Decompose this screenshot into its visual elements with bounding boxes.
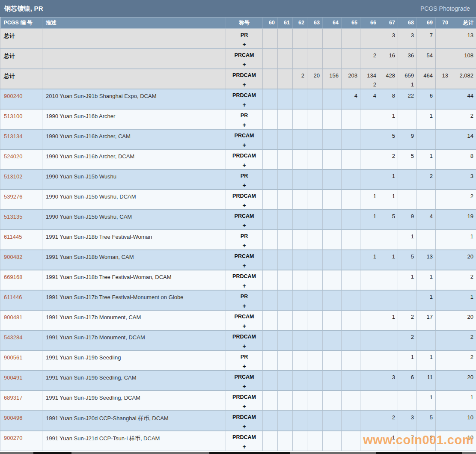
pcgs-number-link[interactable]: 900491 xyxy=(0,371,42,381)
grade-cell xyxy=(342,371,360,391)
grade-count xyxy=(360,391,379,401)
grade-count xyxy=(293,391,307,401)
col-header-grade-66: 66 xyxy=(360,18,379,29)
table-row: 9004821991 Yuan Sun-J18b Woman, CAMPRCAM… xyxy=(0,250,476,270)
grade-cell: 20 xyxy=(451,371,476,391)
plus-designation-label: + xyxy=(226,99,262,108)
grade-count xyxy=(436,331,451,340)
grade-cell xyxy=(379,270,398,290)
grade-count xyxy=(436,371,451,380)
grade-cell xyxy=(360,169,379,190)
grade-cell xyxy=(293,129,307,149)
grade-count xyxy=(293,150,307,159)
pcgs-number-link[interactable]: 900561 xyxy=(0,351,42,361)
summary-label: 总计 xyxy=(0,49,42,60)
grade-cell: 9 xyxy=(398,129,417,149)
grade-cell: 5 xyxy=(379,210,398,230)
grade-cell xyxy=(436,290,451,310)
grade-cell xyxy=(436,190,451,210)
grade-cell xyxy=(342,230,360,250)
grade-cell: 6 xyxy=(417,89,436,109)
grade-count: 2 xyxy=(451,351,476,360)
grade-count: 2,082 xyxy=(451,69,476,79)
grade-count: 1 xyxy=(417,291,435,300)
pcgs-number-link[interactable]: 513135 xyxy=(0,210,42,220)
grade-cell: 3 xyxy=(379,29,398,49)
grade-cell: 54 xyxy=(417,49,436,69)
plus-designation-label: + xyxy=(226,441,262,450)
grade-count xyxy=(360,351,379,360)
grade-count: 16 xyxy=(379,49,398,59)
pcgs-number-link[interactable]: 543284 xyxy=(0,331,42,341)
pcgs-number-cell: 611445 xyxy=(0,230,42,250)
pcgs-number-link[interactable]: 611445 xyxy=(0,230,42,240)
grade-count xyxy=(436,110,451,119)
grade-cell xyxy=(263,250,278,270)
designation-label: PRDCAM+ xyxy=(226,190,262,208)
grade-count: 6 xyxy=(417,89,435,99)
pcgs-photograde-link[interactable]: PCGS Photograde xyxy=(420,5,470,12)
grade-cell xyxy=(323,109,342,129)
grade-count xyxy=(278,29,292,39)
pcgs-number-link[interactable]: 900270 xyxy=(0,431,42,441)
grade-cell: 3 xyxy=(451,169,476,190)
coin-description: 1991 Yuan Sun-J18b Tree Festival-Woman, … xyxy=(42,270,226,280)
grade-count xyxy=(293,291,307,300)
description-cell: 1990 Yuan Sun-J16b Archer xyxy=(42,109,226,129)
pcgs-number-link[interactable]: 900481 xyxy=(0,311,42,320)
coin-description: 1990 Yuan Sun-J15b Wushu, CAM xyxy=(42,210,226,220)
pcgs-number-link[interactable]: 513134 xyxy=(0,130,42,139)
pcgs-number-link[interactable]: 900482 xyxy=(0,250,42,260)
grade-count xyxy=(360,110,379,119)
pcgs-number-link[interactable]: 513102 xyxy=(0,170,42,180)
pcgs-number-link[interactable]: 669168 xyxy=(0,270,42,280)
grade-count xyxy=(278,411,292,421)
grade-cell xyxy=(263,350,278,371)
grade-count xyxy=(278,190,292,199)
grade-count xyxy=(263,190,277,199)
pcgs-number-link[interactable]: 611446 xyxy=(0,291,42,300)
grade-count: 5 xyxy=(417,411,435,421)
grade-count xyxy=(307,49,322,59)
description-cell: 1991 Yuan Sun-J17b Tree Festival-Monumen… xyxy=(42,290,226,310)
designation-label: PRDCAM+ xyxy=(226,391,262,409)
grade-cell xyxy=(323,310,342,330)
grade-count xyxy=(293,311,307,320)
designation-cell: PR+ xyxy=(226,29,263,49)
pcgs-number-link[interactable]: 900496 xyxy=(0,411,42,421)
grade-count: 2 xyxy=(417,431,435,441)
grade-count xyxy=(360,170,379,179)
grade-count xyxy=(293,230,307,240)
grade-cell xyxy=(436,29,451,49)
grade-cell xyxy=(323,149,342,169)
grade-count xyxy=(263,150,277,159)
pcgs-number-link[interactable]: 513100 xyxy=(0,110,42,119)
designation-label: PRDCAM+ xyxy=(226,431,262,450)
grade-count xyxy=(323,411,341,421)
grade-cell xyxy=(263,29,278,49)
grade-count: 203 xyxy=(342,69,360,79)
pcgs-number-link[interactable]: 539276 xyxy=(0,190,42,200)
grade-count xyxy=(360,29,379,39)
grade-count xyxy=(307,411,322,421)
grade-cell: 8 xyxy=(379,89,398,109)
grade-cell xyxy=(417,230,436,250)
grade-count: 2 xyxy=(398,311,416,320)
grade-cell: 428 xyxy=(379,69,398,89)
summary-label-cell: 总计 xyxy=(0,49,42,69)
grade-count xyxy=(278,270,292,280)
designation-label: PRDCAM+ xyxy=(226,411,262,430)
designation-label: PR+ xyxy=(226,110,262,128)
grade-cell xyxy=(307,190,323,210)
grade-cell xyxy=(307,330,323,350)
grade-cell xyxy=(323,49,342,69)
grade-cell xyxy=(307,391,323,411)
pcgs-number-link[interactable]: 524020 xyxy=(0,150,42,160)
grade-count xyxy=(293,29,307,39)
grade-count xyxy=(360,270,379,280)
grade-count xyxy=(307,431,322,441)
pcgs-number-link[interactable]: 900240 xyxy=(0,89,42,99)
grade-count xyxy=(360,291,379,300)
pcgs-number-link[interactable]: 689317 xyxy=(0,391,42,401)
grade-count xyxy=(263,69,277,79)
